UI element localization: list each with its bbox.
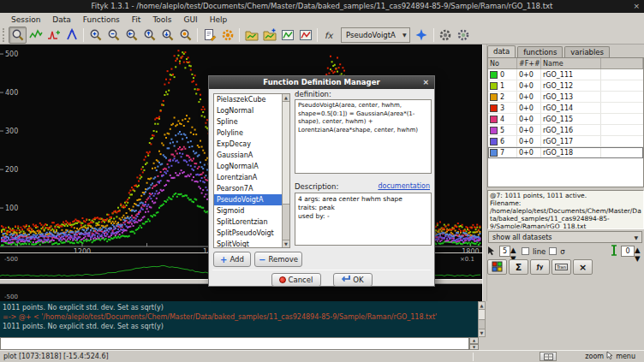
spin-down-icon[interactable]: ▼ [635, 254, 642, 263]
scroll-up-icon[interactable]: ▲ [283, 94, 289, 102]
add-peak-mode-button[interactable] [45, 27, 63, 44]
scrollbar-thumb[interactable] [479, 310, 485, 320]
zoom-in-button[interactable] [140, 27, 158, 44]
function-list-item[interactable]: Spline [214, 116, 283, 128]
function-list-item[interactable]: Pearson7A [214, 183, 283, 194]
stddev-button[interactable]: ƒy [530, 259, 550, 275]
function-list-item[interactable]: LogNormalA [214, 161, 283, 172]
column-header-no[interactable]: No [488, 58, 517, 68]
zoom-horizontal-button[interactable] [122, 27, 140, 44]
auxiliary-plot-2[interactable]: -500 [0, 284, 482, 301]
menu-item-gui[interactable]: GUI [178, 15, 204, 24]
dataset-color-swatch[interactable] [490, 127, 498, 134]
spin-up-icon[interactable]: ▲ [510, 246, 518, 254]
add-function-button[interactable]: + Add [213, 252, 251, 267]
table-row[interactable]: 7 0+0 rGO_118 [488, 147, 643, 158]
dataset-color-swatch[interactable] [490, 116, 498, 123]
definition-textarea[interactable]: PseudoVoigtA(area, center, hwhm, shape=0… [295, 99, 432, 174]
dataset-table[interactable]: No #F+# Name 0 0+0 rGO_111 1 0+0 rGO_112… [487, 57, 644, 187]
function-list-item[interactable]: GaussianA [214, 150, 283, 161]
menu-item-fit[interactable]: Fit [126, 15, 147, 24]
line-checkbox[interactable] [522, 247, 529, 255]
function-list-item[interactable]: LorentzianA [214, 172, 283, 183]
column-header-ff[interactable]: #F+# [517, 58, 541, 68]
function-list-item[interactable]: SplitVoigt [214, 239, 283, 248]
status-settings-button[interactable] [540, 352, 557, 361]
scroll-down-icon[interactable]: ▼ [283, 240, 289, 247]
tab-variables[interactable]: variables [564, 46, 610, 57]
menu-item-data[interactable]: Data [46, 15, 77, 24]
documentation-link[interactable]: documentation [378, 182, 430, 190]
tab-data[interactable]: data [487, 45, 516, 57]
delete-data-button[interactable]: × [573, 259, 593, 275]
dataset-color-swatch[interactable] [490, 82, 498, 90]
spin-up-icon[interactable]: ▲ [635, 246, 642, 254]
open-data-button[interactable] [242, 27, 260, 44]
command-input[interactable] [0, 337, 469, 350]
list-scrollbar[interactable]: ▲ ▼ [282, 94, 289, 247]
dataset-color-swatch[interactable] [490, 138, 498, 145]
zoom-mode-button[interactable] [9, 27, 27, 44]
window-close-icon[interactable]: × [633, 0, 640, 13]
auto-add-peak-button[interactable] [413, 27, 431, 44]
activate-data-mode-button[interactable] [63, 27, 80, 44]
menu-item-session[interactable]: Session [5, 15, 46, 24]
transform-data-button[interactable]: Tran [552, 259, 571, 275]
toolbar-grip[interactable] [3, 28, 6, 42]
output-console[interactable]: 1011 points. No explicit std. dev. Set a… [0, 301, 478, 337]
table-row[interactable]: 2 0+0 rGO_113 [488, 92, 643, 103]
define-function-button[interactable]: fx [320, 27, 338, 44]
function-list-item[interactable]: Sigmoid [214, 205, 283, 217]
menu-item-functions[interactable]: Functions [77, 15, 126, 24]
menu-item-tools[interactable]: Tools [146, 15, 177, 24]
zoom-all-button[interactable] [86, 27, 104, 44]
dataset-color-swatch[interactable] [490, 71, 498, 79]
append-data-button[interactable] [260, 27, 278, 44]
show-datasets-dropdown[interactable]: show all datasets ▼ [488, 231, 642, 243]
function-list-item[interactable]: LogNormal [214, 105, 283, 116]
table-row[interactable]: 3 0+0 rGO_114 [488, 103, 643, 114]
point-size-spinner[interactable]: 5 ▲▼ [499, 246, 518, 257]
dataset-color-swatch[interactable] [490, 93, 498, 101]
function-list-item[interactable]: PseudoVoigtA [214, 194, 283, 205]
function-list-item[interactable]: SplitLorentzian [214, 217, 283, 228]
fit-run-button[interactable] [437, 27, 455, 44]
table-row[interactable]: 1 0+0 rGO_112 [488, 80, 643, 92]
function-list-item[interactable]: ExpDecay [214, 139, 283, 150]
window-titlebar[interactable]: Fityk 1.3.1 - /home/aleplo/test/Document… [0, 0, 644, 13]
previous-zoom-button[interactable] [176, 27, 194, 44]
function-list-item[interactable]: PielaszekCube [214, 94, 283, 105]
table-row[interactable]: 5 0+0 rGO_116 [488, 125, 643, 136]
fit-settings-button[interactable] [455, 27, 473, 44]
dataset-color-swatch[interactable] [490, 104, 498, 112]
sum-datasets-button[interactable]: Σ [509, 259, 528, 275]
menu-item-help[interactable]: Help [204, 15, 234, 24]
scrollbar-thumb[interactable] [283, 102, 289, 205]
console-scrollbar[interactable]: ▲ ▼ [478, 301, 486, 337]
function-type-dropdown[interactable]: PseudoVoigtA▼ [341, 27, 410, 43]
data-colors-button[interactable] [487, 259, 507, 275]
dataset-color-swatch[interactable] [490, 149, 498, 157]
table-row[interactable]: 4 0+0 rGO_115 [488, 114, 643, 125]
sigma-checkbox[interactable] [549, 247, 557, 255]
table-row[interactable]: 6 0+0 rGO_117 [488, 136, 643, 147]
scroll-down-icon[interactable]: ▼ [479, 329, 485, 336]
tab-functions[interactable]: functions [517, 46, 563, 57]
shift-spinner[interactable]: 0 ▲▼ [621, 246, 642, 257]
scroll-up-icon[interactable]: ▲ [479, 302, 485, 310]
column-header-name[interactable]: Name [541, 58, 601, 68]
function-type-list[interactable]: PielaszekCubeLogNormalSplinePolylineExpD… [213, 93, 290, 248]
zoom-vertical-button[interactable] [104, 27, 122, 44]
function-list-item[interactable]: Polyline [214, 128, 283, 139]
save-session-button[interactable] [296, 27, 314, 44]
cancel-button[interactable]: Cancel [271, 273, 321, 287]
data-range-mode-button[interactable] [27, 27, 45, 44]
function-list-item[interactable]: SplitPseudoVoigt [214, 228, 283, 239]
command-history-spinner[interactable]: ▲▼ [469, 337, 479, 350]
ok-button[interactable]: OK [333, 273, 373, 287]
zoom-out-button[interactable] [158, 27, 176, 44]
export-plot-button[interactable] [278, 27, 296, 44]
table-row[interactable]: 0 0+0 rGO_111 [488, 69, 643, 80]
edit-script-button[interactable] [200, 27, 218, 44]
run-script-button[interactable] [218, 27, 236, 44]
